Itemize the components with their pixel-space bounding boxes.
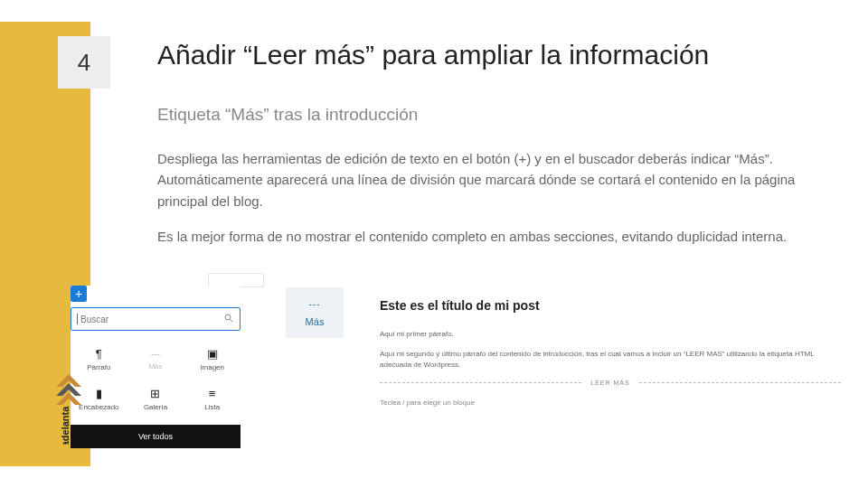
post-title: Este es el título de mi post [380,298,841,313]
adelanta-logo: adelanta [51,374,87,445]
block-search-input[interactable]: Buscar [71,307,241,331]
divider-line [639,382,841,383]
more-icon: --- [309,299,321,309]
body-paragraph-2: Es la mejor forma de no mostrar el conte… [157,226,817,247]
divider-line [380,382,581,383]
search-placeholder: Buscar [80,314,108,324]
mas-block-label: Más [306,316,325,327]
editor-preview: Este es el título de mi post Aquí mi pri… [380,298,841,407]
svg-line-1 [231,320,233,323]
step-number: 4 [78,49,90,77]
step-number-box: 4 [58,36,110,89]
chevron-up-icon [56,374,81,405]
block-label: Párrafo [87,363,110,371]
list-icon: ≡ [209,388,216,399]
block-option-imagen[interactable]: ▣ Imagen [184,340,241,380]
read-more-divider: LEER MÁS [380,380,841,386]
block-inserter-panel: + Buscar ¶ Párrafo --- Más ▣ Imagen ▮ En… [71,286,241,448]
block-label: Más [148,362,162,371]
heading-icon: ▮ [96,388,102,399]
image-icon: ▣ [207,348,218,360]
block-label: Imagen [200,363,224,371]
block-grid: ¶ Párrafo --- Más ▣ Imagen ▮ Encabezado … [71,340,241,419]
block-option-lista[interactable]: ≡ Lista [184,380,241,419]
text-cursor [77,314,78,324]
see-all-button[interactable]: Ver todos [71,425,241,448]
add-block-button[interactable]: + [71,286,87,302]
block-label: Galería [144,403,167,411]
more-icon: --- [151,350,160,359]
block-option-mas[interactable]: --- Más [127,340,184,380]
logo-text: adelanta [60,406,71,445]
paragraph-icon: ¶ [96,348,102,360]
post-paragraph-1: Aquí mi primer párrafo. [380,329,841,340]
block-option-galeria[interactable]: ⊞ Galería [127,380,184,419]
mas-block-preview: --- Más [286,287,344,338]
gallery-icon: ⊞ [150,388,160,399]
block-label: Lista [204,403,220,411]
search-icon [223,313,234,325]
page-subtitle: Etiqueta “Más” tras la introducción [157,105,418,125]
page-title: Añadir “Leer más” para ampliar la inform… [157,40,709,70]
svg-point-0 [225,314,231,320]
block-prompt: Teclea / para elegir un bloque [380,399,841,407]
body-paragraph-1: Despliega las herramientas de edición de… [157,148,817,211]
read-more-label: LEER MÁS [581,380,638,386]
post-paragraph-2: Aquí mi segundo y último párrafo del con… [380,349,841,371]
